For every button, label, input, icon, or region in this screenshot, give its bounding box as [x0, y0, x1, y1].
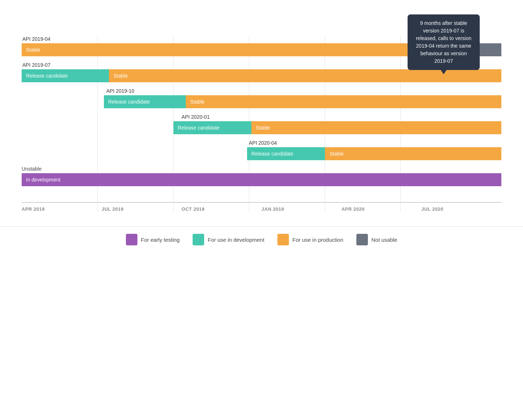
legend-label-not-usable: Not usable	[372, 237, 397, 243]
timeline-label-2: OCT 2019	[181, 206, 262, 212]
timeline-label-4: APR 2020	[342, 206, 422, 212]
legend-item-dev: For use in development	[193, 234, 264, 245]
legend-swatch-orange	[277, 234, 289, 245]
bar-stable-2020-04: Stable	[325, 147, 501, 160]
api-label-2019-10: API 2019-10	[22, 88, 501, 94]
timeline-label-0: APR 2019	[22, 206, 102, 212]
bar-row-2019-10: Release candidate Stable	[22, 95, 501, 108]
api-row-2020-04: API 2020-04 Release candidate Stable	[22, 140, 501, 160]
api-label-2020-04: API 2020-04	[22, 140, 501, 146]
bar-rc-2020-04: Release candidate	[247, 147, 325, 160]
legend-label-production: For use in production	[293, 237, 343, 243]
legend-swatch-teal	[193, 234, 204, 245]
bar-row-in-development: In development	[22, 173, 501, 186]
bar-row-2019-07: Release candidate Stable	[22, 69, 501, 82]
legend: For early testing For use in development…	[0, 226, 523, 253]
bar-stable-2019-04: Stable	[22, 43, 414, 56]
bar-row-2020-01: Release candidate Stable	[22, 121, 501, 134]
timeline-label-5: JUL 2020	[421, 206, 501, 212]
unstable-row: Unstable In development	[22, 166, 501, 186]
timeline-label-3: JAN 2019	[262, 206, 342, 212]
api-row-2020-01: API 2020-01 Release candidate Stable	[22, 114, 501, 134]
spacer-2020-04	[22, 147, 247, 160]
spacer-2019-10	[22, 95, 104, 108]
legend-swatch-purple	[126, 234, 137, 245]
bar-rc-2019-07: Release candidate	[22, 69, 109, 82]
timeline-axis: APR 2019JUL 2019OCT 2019JAN 2019APR 2020…	[22, 202, 501, 212]
legend-item-not-usable: Not usable	[356, 234, 397, 245]
legend-item-early-testing: For early testing	[126, 234, 180, 245]
bar-in-development: In development	[22, 173, 501, 186]
legend-label-dev: For use in development	[208, 237, 264, 243]
legend-swatch-gray	[356, 234, 368, 245]
spacer-row	[22, 192, 501, 199]
unstable-label: Unstable	[22, 166, 501, 172]
legend-label-early-testing: For early testing	[141, 237, 180, 243]
api-row-2019-10: API 2019-10 Release candidate Stable	[22, 88, 501, 108]
spacer-2020-01	[22, 121, 173, 134]
bar-rc-2020-01: Release candidate	[173, 121, 251, 134]
legend-item-production: For use in production	[277, 234, 343, 245]
tooltip-text: 9 months after stable version 2019-07 is…	[416, 20, 471, 64]
bar-stable-2019-10: Stable	[186, 95, 501, 108]
chart-container: 9 months after stable version 2019-07 is…	[22, 14, 501, 212]
api-label-2020-01: API 2020-01	[22, 114, 501, 120]
bar-rc-2019-10: Release candidate	[104, 95, 186, 108]
bar-row-2020-04: Release candidate Stable	[22, 147, 501, 160]
timeline-label-1: JUL 2019	[102, 206, 182, 212]
bar-stable-2020-01: Stable	[251, 121, 501, 134]
tooltip-box: 9 months after stable version 2019-07 is…	[408, 14, 480, 70]
